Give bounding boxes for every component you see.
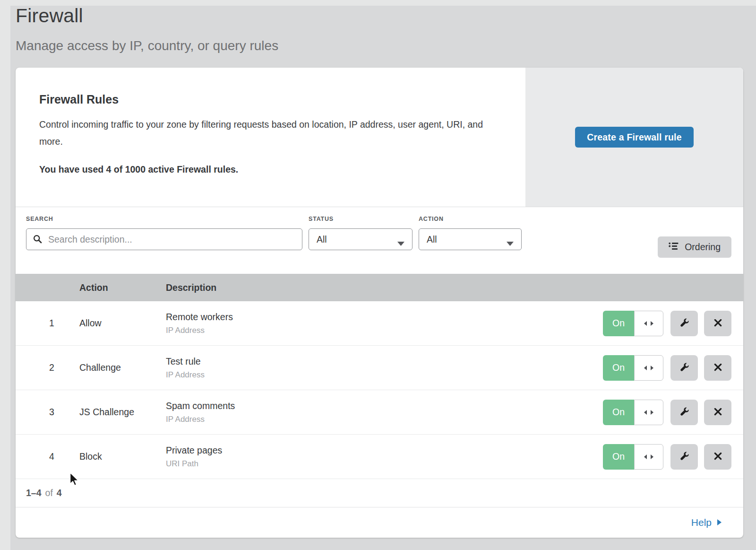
help-link[interactable]: Help — [691, 517, 722, 528]
table-row: 1 Allow Remote workers IP Address On — [16, 301, 743, 346]
delete-rule-button[interactable] — [704, 400, 731, 425]
status-label: STATUS — [309, 216, 412, 222]
delete-rule-button[interactable] — [704, 311, 731, 336]
edit-rule-button[interactable] — [670, 311, 698, 336]
wrench-icon — [679, 362, 689, 374]
search-filter-group: SEARCH — [26, 216, 302, 250]
page-header: Firewall Manage access by IP, country, o… — [16, 5, 278, 53]
rule-description-cell: Test rule IP Address — [166, 356, 205, 380]
ordered-list-icon — [669, 242, 679, 253]
action-select-value: All — [427, 234, 437, 245]
delete-rule-button[interactable] — [704, 355, 731, 381]
x-icon — [713, 407, 722, 418]
rule-priority: 1 — [16, 318, 79, 329]
rule-description-cell: Remote workers IP Address — [166, 311, 233, 335]
rule-priority: 2 — [16, 362, 79, 373]
toggle-on-label[interactable]: On — [603, 400, 634, 425]
search-label: SEARCH — [26, 216, 302, 222]
column-header-description: Description — [166, 282, 216, 293]
delete-rule-button[interactable] — [704, 444, 731, 470]
mouse-cursor-icon — [69, 472, 79, 488]
rule-controls: On — [603, 355, 743, 381]
left-right-arrows-icon — [644, 318, 654, 329]
toggle-on-label[interactable]: On — [603, 355, 634, 381]
priority-drag-handle[interactable] — [634, 400, 663, 425]
left-right-arrows-icon — [644, 451, 654, 462]
rule-enabled-toggle[interactable]: On — [603, 355, 663, 381]
table-row: 3 JS Challenge Spam comments IP Address … — [16, 390, 743, 435]
overview-section: Firewall Rules Control incoming traffic … — [16, 68, 743, 207]
create-rule-panel: Create a Firewall rule — [525, 68, 743, 207]
status-select[interactable]: All — [309, 228, 412, 250]
rule-action: Block — [79, 451, 166, 462]
search-input[interactable] — [26, 228, 302, 250]
toggle-on-label[interactable]: On — [603, 311, 634, 336]
pagination-range: 1–4 — [26, 488, 42, 498]
x-icon — [713, 363, 722, 373]
edit-rule-button[interactable] — [670, 400, 698, 425]
action-label: ACTION — [419, 216, 522, 222]
action-filter-group: ACTION All — [419, 216, 522, 250]
rule-priority: 4 — [16, 451, 79, 462]
rule-description: Private pages — [166, 445, 222, 456]
rule-match-type: IP Address — [166, 415, 235, 424]
priority-drag-handle[interactable] — [634, 444, 663, 470]
rule-match-type: IP Address — [166, 370, 205, 380]
rule-description-cell: Private pages URI Path — [166, 445, 222, 469]
column-header-action: Action — [79, 282, 166, 293]
rule-description: Remote workers — [166, 311, 233, 323]
rule-action: JS Challenge — [79, 407, 166, 418]
edit-rule-button[interactable] — [670, 355, 698, 381]
pagination-row: 1–4 of 4 — [16, 479, 743, 507]
priority-drag-handle[interactable] — [634, 355, 663, 381]
rule-controls: On — [603, 311, 743, 336]
help-link-label: Help — [691, 517, 712, 528]
rule-action: Allow — [79, 318, 166, 329]
priority-drag-handle[interactable] — [634, 311, 663, 336]
search-icon — [33, 234, 43, 246]
chevron-down-icon — [397, 238, 405, 249]
ordering-button[interactable]: Ordering — [658, 236, 731, 258]
create-firewall-rule-button[interactable]: Create a Firewall rule — [575, 127, 694, 148]
table-row: 2 Challenge Test rule IP Address On — [16, 346, 743, 390]
overview-description: Control incoming traffic to your zone by… — [39, 116, 490, 150]
overview-heading: Firewall Rules — [39, 92, 497, 106]
left-right-arrows-icon — [644, 362, 654, 373]
ordering-button-wrap: Ordering — [658, 216, 731, 258]
x-icon — [713, 452, 722, 462]
rule-description-cell: Spam comments IP Address — [166, 400, 235, 424]
toggle-on-label[interactable]: On — [603, 444, 634, 470]
chevron-down-icon — [506, 238, 514, 249]
rule-enabled-toggle[interactable]: On — [603, 400, 663, 425]
wrench-icon — [679, 407, 689, 418]
triangle-right-icon — [717, 517, 722, 528]
rule-description: Test rule — [166, 356, 205, 367]
action-select[interactable]: All — [419, 228, 522, 250]
usage-note: You have used 4 of 1000 active Firewall … — [39, 164, 497, 175]
edit-rule-button[interactable] — [670, 444, 698, 470]
status-select-value: All — [317, 234, 327, 245]
filter-bar: SEARCH STATUS All ACTION All — [16, 207, 743, 274]
rule-controls: On — [603, 444, 743, 470]
table-header: Action Description — [16, 274, 743, 301]
left-right-arrows-icon — [644, 407, 654, 418]
rule-controls: On — [603, 400, 743, 425]
search-input-wrap — [26, 228, 302, 250]
rule-enabled-toggle[interactable]: On — [603, 311, 663, 336]
wrench-icon — [679, 451, 689, 463]
rule-match-type: URI Path — [166, 459, 222, 469]
rule-enabled-toggle[interactable]: On — [603, 444, 663, 470]
rule-priority: 3 — [16, 407, 79, 418]
window-edge-left — [0, 0, 10, 550]
overview-text-block: Firewall Rules Control incoming traffic … — [16, 68, 525, 207]
rule-match-type: IP Address — [166, 326, 233, 335]
x-icon — [713, 318, 722, 329]
status-filter-group: STATUS All — [309, 216, 412, 250]
firewall-rules-card: Firewall Rules Control incoming traffic … — [16, 68, 743, 538]
rule-description: Spam comments — [166, 400, 235, 411]
table-row: 4 Block Private pages URI Path On — [16, 435, 743, 479]
wrench-icon — [679, 318, 689, 329]
pagination-total: 4 — [57, 488, 62, 498]
page-subtitle: Manage access by IP, country, or query r… — [16, 38, 278, 53]
ordering-button-label: Ordering — [685, 242, 721, 253]
